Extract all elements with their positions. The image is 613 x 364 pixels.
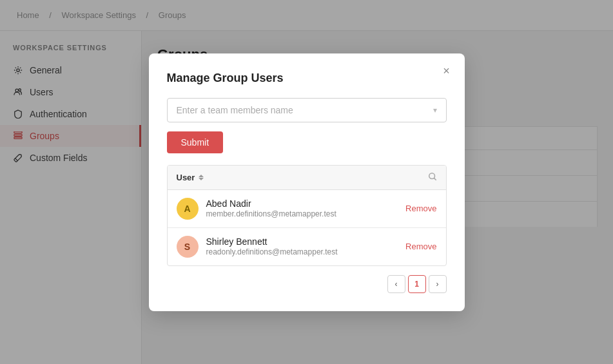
user-column-label: User <box>177 173 204 182</box>
user-email: member.definitions@metamapper.test <box>206 209 398 218</box>
submit-button[interactable]: Submit <box>167 131 224 153</box>
remove-user-button[interactable]: Remove <box>405 204 436 213</box>
user-info: Shirley Bennett readonly.definitions@met… <box>206 236 398 256</box>
next-page-button[interactable]: › <box>429 275 447 293</box>
user-table-header: User <box>168 166 446 190</box>
user-table: User A A <box>167 165 447 266</box>
current-page-button[interactable]: 1 <box>408 275 426 293</box>
user-name: Shirley Bennett <box>206 236 398 247</box>
prev-page-button[interactable]: ‹ <box>387 275 405 293</box>
user-name: Abed Nadir <box>206 198 398 209</box>
table-search-button[interactable] <box>428 172 437 183</box>
team-member-dropdown[interactable]: Enter a team members name ▾ <box>167 98 447 122</box>
avatar: A <box>177 198 199 220</box>
sort-icon <box>199 175 204 180</box>
remove-user-button[interactable]: Remove <box>405 242 436 251</box>
avatar: S <box>177 236 199 258</box>
user-email: readonly.definitions@metamapper.test <box>206 247 398 256</box>
dropdown-placeholder: Enter a team members name <box>177 105 293 115</box>
modal-overlay: Manage Group Users × Enter a team member… <box>0 0 613 364</box>
pagination: ‹ 1 › <box>167 275 447 293</box>
modal-close-button[interactable]: × <box>439 64 454 79</box>
user-row: S Shirley Bennett readonly.definitions@m… <box>168 228 446 265</box>
user-info: Abed Nadir member.definitions@metamapper… <box>206 198 398 218</box>
user-row: A Abed Nadir member.definitions@metamapp… <box>168 190 446 228</box>
modal: Manage Group Users × Enter a team member… <box>149 53 465 311</box>
chevron-down-icon: ▾ <box>433 106 437 115</box>
modal-title: Manage Group Users <box>167 72 447 85</box>
